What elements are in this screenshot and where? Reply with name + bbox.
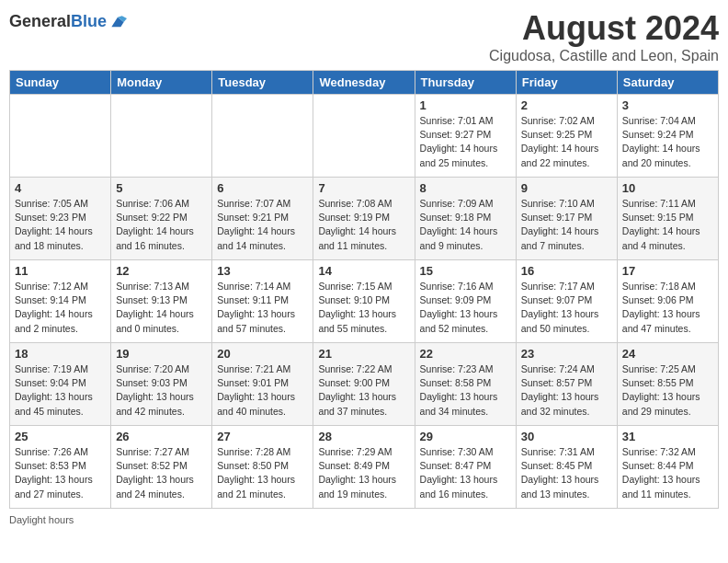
day-number: 31 [622,430,713,443]
day-number: 13 [217,264,308,278]
day-info: Sunrise: 7:17 AM Sunset: 9:07 PM Dayligh… [521,280,612,336]
week-row-3: 11Sunrise: 7:12 AM Sunset: 9:14 PM Dayli… [10,260,719,343]
calendar-cell: 8Sunrise: 7:09 AM Sunset: 9:18 PM Daylig… [415,178,516,260]
location-title: Cigudosa, Castille and Leon, Spain [489,48,719,64]
calendar-cell: 28Sunrise: 7:29 AM Sunset: 8:49 PM Dayli… [313,426,415,509]
day-number: 28 [318,430,409,443]
day-info: Sunrise: 7:02 AM Sunset: 9:25 PM Dayligh… [521,114,612,170]
day-number: 2 [521,98,612,112]
day-info: Sunrise: 7:04 AM Sunset: 9:24 PM Dayligh… [622,114,713,170]
day-info: Sunrise: 7:24 AM Sunset: 8:57 PM Dayligh… [521,362,612,419]
day-number: 9 [521,181,612,195]
day-number: 21 [318,347,409,361]
day-number: 18 [15,347,106,361]
day-info: Sunrise: 7:16 AM Sunset: 9:09 PM Dayligh… [420,280,511,336]
day-number: 25 [15,430,106,443]
day-number: 10 [622,181,713,195]
calendar-cell: 16Sunrise: 7:17 AM Sunset: 9:07 PM Dayli… [516,260,617,343]
page-header: GeneralBlue August 2024 Cigudosa, Castil… [9,9,719,64]
day-number: 4 [15,181,106,195]
day-info: Sunrise: 7:10 AM Sunset: 9:17 PM Dayligh… [521,197,612,253]
calendar-cell: 12Sunrise: 7:13 AM Sunset: 9:13 PM Dayli… [111,260,212,343]
day-info: Sunrise: 7:09 AM Sunset: 9:18 PM Dayligh… [420,197,511,253]
day-info: Sunrise: 7:21 AM Sunset: 9:01 PM Dayligh… [217,362,308,419]
day-info: Sunrise: 7:23 AM Sunset: 8:58 PM Dayligh… [420,362,511,419]
day-info: Sunrise: 7:06 AM Sunset: 9:22 PM Dayligh… [116,197,207,253]
calendar-cell: 13Sunrise: 7:14 AM Sunset: 9:11 PM Dayli… [212,260,313,343]
calendar-cell: 30Sunrise: 7:31 AM Sunset: 8:45 PM Dayli… [516,426,617,509]
day-info: Sunrise: 7:27 AM Sunset: 8:52 PM Dayligh… [116,445,207,501]
day-number: 7 [318,181,409,195]
calendar-cell [111,95,212,178]
day-number: 3 [622,98,713,112]
day-info: Sunrise: 7:20 AM Sunset: 9:03 PM Dayligh… [116,362,207,419]
day-number: 20 [217,347,308,361]
day-header-saturday: Saturday [617,71,718,95]
day-info: Sunrise: 7:14 AM Sunset: 9:11 PM Dayligh… [217,280,308,336]
day-header-wednesday: Wednesday [313,71,415,95]
calendar-cell: 26Sunrise: 7:27 AM Sunset: 8:52 PM Dayli… [111,426,212,509]
day-header-thursday: Thursday [415,71,516,95]
day-number: 24 [622,347,713,361]
calendar-cell: 25Sunrise: 7:26 AM Sunset: 8:53 PM Dayli… [10,426,111,509]
calendar-cell: 17Sunrise: 7:18 AM Sunset: 9:06 PM Dayli… [617,260,718,343]
month-title: August 2024 [489,9,719,48]
day-number: 1 [420,98,511,112]
calendar-cell: 1Sunrise: 7:01 AM Sunset: 9:27 PM Daylig… [415,95,516,178]
calendar-cell: 3Sunrise: 7:04 AM Sunset: 9:24 PM Daylig… [617,95,718,178]
days-header-row: SundayMondayTuesdayWednesdayThursdayFrid… [10,71,719,95]
day-number: 27 [217,430,308,443]
day-info: Sunrise: 7:26 AM Sunset: 8:53 PM Dayligh… [15,445,106,501]
day-number: 23 [521,347,612,361]
day-number: 11 [15,264,106,278]
calendar-cell: 19Sunrise: 7:20 AM Sunset: 9:03 PM Dayli… [111,343,212,426]
day-header-tuesday: Tuesday [212,71,313,95]
week-row-2: 4Sunrise: 7:05 AM Sunset: 9:23 PM Daylig… [10,178,719,260]
footer-note: Daylight hours [9,514,719,525]
week-row-5: 25Sunrise: 7:26 AM Sunset: 8:53 PM Dayli… [10,426,719,509]
day-number: 16 [521,264,612,278]
day-number: 5 [116,181,207,195]
day-number: 14 [318,264,409,278]
day-info: Sunrise: 7:07 AM Sunset: 9:21 PM Dayligh… [217,197,308,253]
calendar-cell: 5Sunrise: 7:06 AM Sunset: 9:22 PM Daylig… [111,178,212,260]
day-info: Sunrise: 7:11 AM Sunset: 9:15 PM Dayligh… [622,197,713,253]
calendar-cell: 6Sunrise: 7:07 AM Sunset: 9:21 PM Daylig… [212,178,313,260]
day-info: Sunrise: 7:01 AM Sunset: 9:27 PM Dayligh… [420,114,511,170]
day-info: Sunrise: 7:18 AM Sunset: 9:06 PM Dayligh… [622,280,713,336]
day-number: 8 [420,181,511,195]
calendar-cell: 10Sunrise: 7:11 AM Sunset: 9:15 PM Dayli… [617,178,718,260]
calendar-cell [212,95,313,178]
week-row-1: 1Sunrise: 7:01 AM Sunset: 9:27 PM Daylig… [10,95,719,178]
calendar-cell: 27Sunrise: 7:28 AM Sunset: 8:50 PM Dayli… [212,426,313,509]
calendar-cell: 24Sunrise: 7:25 AM Sunset: 8:55 PM Dayli… [617,343,718,426]
day-header-monday: Monday [111,71,212,95]
calendar-cell: 20Sunrise: 7:21 AM Sunset: 9:01 PM Dayli… [212,343,313,426]
day-number: 22 [420,347,511,361]
calendar-cell: 22Sunrise: 7:23 AM Sunset: 8:58 PM Dayli… [415,343,516,426]
day-info: Sunrise: 7:30 AM Sunset: 8:47 PM Dayligh… [420,445,511,501]
day-info: Sunrise: 7:15 AM Sunset: 9:10 PM Dayligh… [318,280,409,336]
day-info: Sunrise: 7:12 AM Sunset: 9:14 PM Dayligh… [15,280,106,336]
calendar-cell: 23Sunrise: 7:24 AM Sunset: 8:57 PM Dayli… [516,343,617,426]
day-number: 12 [116,264,207,278]
calendar-cell: 21Sunrise: 7:22 AM Sunset: 9:00 PM Dayli… [313,343,415,426]
day-info: Sunrise: 7:22 AM Sunset: 9:00 PM Dayligh… [318,362,409,419]
day-info: Sunrise: 7:32 AM Sunset: 8:44 PM Dayligh… [622,445,713,501]
day-number: 17 [622,264,713,278]
calendar-cell: 15Sunrise: 7:16 AM Sunset: 9:09 PM Dayli… [415,260,516,343]
day-info: Sunrise: 7:29 AM Sunset: 8:49 PM Dayligh… [318,445,409,501]
day-number: 15 [420,264,511,278]
calendar-cell: 11Sunrise: 7:12 AM Sunset: 9:14 PM Dayli… [10,260,111,343]
calendar-cell: 9Sunrise: 7:10 AM Sunset: 9:17 PM Daylig… [516,178,617,260]
day-header-friday: Friday [516,71,617,95]
calendar-cell [10,95,111,178]
day-info: Sunrise: 7:13 AM Sunset: 9:13 PM Dayligh… [116,280,207,336]
day-info: Sunrise: 7:05 AM Sunset: 9:23 PM Dayligh… [15,197,106,253]
calendar-cell: 14Sunrise: 7:15 AM Sunset: 9:10 PM Dayli… [313,260,415,343]
logo-general-text: GeneralBlue [9,13,107,31]
calendar-table: SundayMondayTuesdayWednesdayThursdayFrid… [9,70,719,509]
day-info: Sunrise: 7:31 AM Sunset: 8:45 PM Dayligh… [521,445,612,501]
logo-icon [108,13,127,31]
title-area: August 2024 Cigudosa, Castille and Leon,… [489,9,719,64]
